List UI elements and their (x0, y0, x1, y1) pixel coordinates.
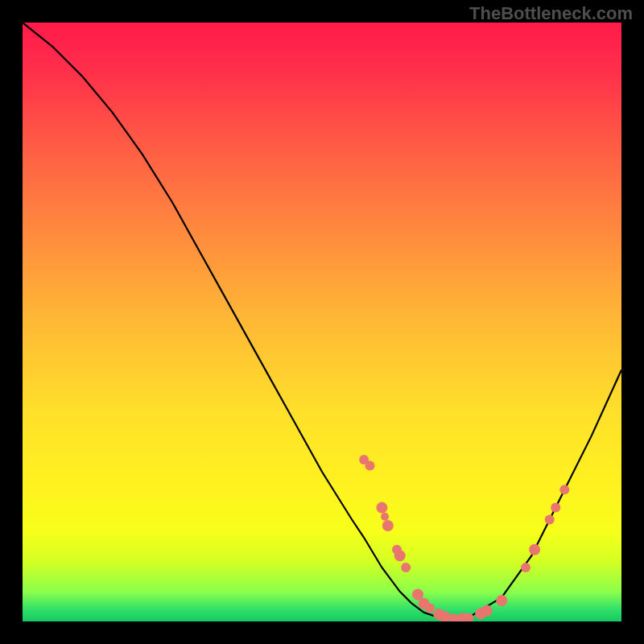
curve-marker (382, 520, 394, 531)
curve-marker (545, 515, 555, 525)
curve-marker (529, 544, 540, 555)
chart-svg (23, 23, 621, 621)
bottleneck-curve (23, 23, 621, 618)
chart-plot-area (23, 23, 621, 621)
curve-marker (559, 485, 569, 494)
curve-marker (425, 604, 435, 613)
watermark-text: TheBottleneck.com (469, 3, 633, 24)
curve-marker (401, 563, 411, 572)
curve-markers (359, 455, 569, 621)
curve-marker (496, 595, 507, 606)
curve-marker (394, 550, 406, 561)
curve-marker (481, 605, 493, 617)
curve-marker (381, 513, 389, 521)
curve-marker (551, 503, 560, 513)
curve-marker (521, 563, 530, 572)
curve-marker (376, 502, 387, 514)
curve-marker (365, 461, 375, 471)
